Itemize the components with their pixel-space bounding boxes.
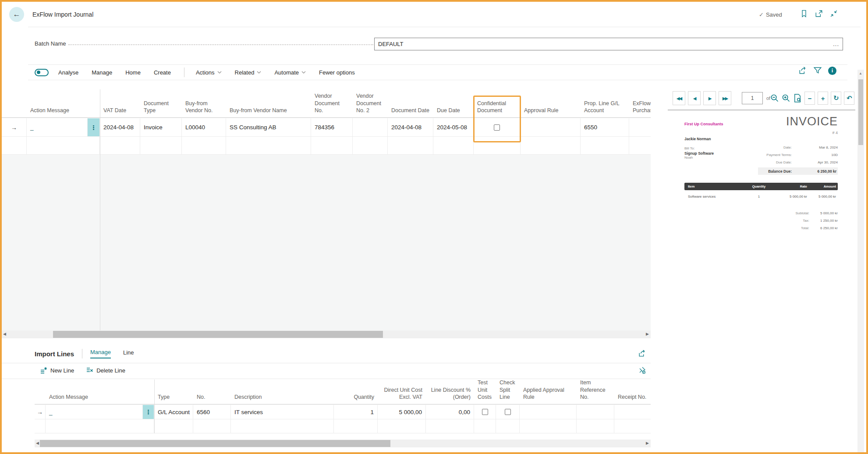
zoom-out-icon[interactable] <box>770 94 779 103</box>
import-lines-empty-row[interactable] <box>35 419 651 433</box>
col-approval-rule[interactable]: Approval Rule <box>521 89 581 117</box>
info-icon[interactable]: i <box>828 67 836 75</box>
cell-applied-approval-rule[interactable] <box>520 405 577 419</box>
col-line-discount[interactable]: Line Discount % (Order) <box>426 380 474 404</box>
back-button[interactable]: ← <box>9 7 24 22</box>
undo-rotate-button[interactable]: ↶ <box>844 92 854 105</box>
cell-no[interactable]: 6560 <box>193 405 231 419</box>
col-check-split-line[interactable]: Check Split Line <box>496 380 520 404</box>
scroll-up-icon[interactable]: ▲ <box>859 71 862 75</box>
journal-horizontal-scrollbar[interactable]: ◀ ▶ <box>2 330 651 338</box>
cell-item-reference-no[interactable] <box>577 405 614 419</box>
batch-name-input[interactable] <box>375 41 829 47</box>
check-split-line-checkbox[interactable] <box>505 409 511 415</box>
scrollbar-thumb[interactable] <box>40 440 390 447</box>
toolbar-menu-related[interactable]: Related <box>235 69 262 76</box>
col-quantity[interactable]: Quantity <box>334 380 378 404</box>
batch-lookup-button[interactable]: ... <box>829 41 843 47</box>
cell-description[interactable]: IT services <box>231 405 334 419</box>
cell-due-date[interactable]: 2024-05-08 <box>433 118 474 136</box>
journal-table-row[interactable]: → _ ⋮ 2024-04-08 Invoice L00040 SS Consu… <box>2 118 651 137</box>
cell-action-message[interactable]: _ <box>46 405 143 419</box>
toolbar-tab-manage[interactable]: Manage <box>92 69 112 76</box>
col-action-message[interactable]: Action Message <box>46 380 154 404</box>
zoom-in-icon[interactable] <box>782 94 790 103</box>
toolbar-tab-analyse[interactable]: Analyse <box>58 69 78 76</box>
cell-action-message[interactable]: _ <box>27 118 88 136</box>
toolbar-tab-create[interactable]: Create <box>154 69 171 76</box>
cell-document-type[interactable]: Invoice <box>140 118 182 136</box>
import-lines-row[interactable]: → _ ⋮ G/L Account 6560 IT services 1 5 0… <box>35 405 651 419</box>
col-vendor-document-no-2[interactable]: Vendor Document No. 2 <box>353 89 388 117</box>
zoom-increase-button[interactable]: + <box>818 92 828 105</box>
col-buy-from-vendor-no[interactable]: Buy-from Vendor No. <box>182 89 226 117</box>
cell-vendor-document-no-2[interactable] <box>353 118 388 136</box>
zoom-decrease-button[interactable]: − <box>804 92 815 105</box>
toolbar-tab-home[interactable]: Home <box>125 69 141 76</box>
import-lines-tab-manage[interactable]: Manage <box>90 349 111 358</box>
cell-buy-from-vendor-no[interactable]: L00040 <box>182 118 226 136</box>
cell-vendor-document-no[interactable]: 784356 <box>311 118 353 136</box>
cell-type[interactable]: G/L Account <box>154 405 193 419</box>
import-lines-share-icon[interactable] <box>638 349 646 358</box>
col-applied-approval-rule[interactable]: Applied Approval Rule <box>520 380 577 404</box>
refresh-button[interactable]: ↻ <box>831 92 841 105</box>
cell-vat-date[interactable]: 2024-04-08 <box>100 118 140 136</box>
scrollbar-thumb[interactable] <box>858 79 863 145</box>
scroll-right-icon[interactable]: ▶ <box>646 332 649 336</box>
toolbar-menu-automate[interactable]: Automate <box>274 69 306 76</box>
fewer-options-button[interactable]: Fewer options <box>319 69 355 76</box>
cell-document-date[interactable]: 2024-04-08 <box>388 118 433 136</box>
col-description[interactable]: Description <box>231 380 334 404</box>
share-icon[interactable] <box>798 66 807 75</box>
cell-exflow-purchase[interactable] <box>629 118 651 136</box>
col-no[interactable]: No. <box>193 380 231 404</box>
col-direct-unit-cost[interactable]: Direct Unit Cost Excl. VAT <box>378 380 426 404</box>
col-document-date[interactable]: Document Date <box>388 89 433 117</box>
bookmark-icon[interactable] <box>800 10 808 18</box>
col-vendor-document-no[interactable]: Vendor Document No. <box>311 89 353 117</box>
scroll-left-icon[interactable]: ◀ <box>3 332 6 336</box>
col-prop-line-gl-account[interactable]: Prop. Line G/L Account <box>581 89 629 117</box>
unpin-icon[interactable] <box>638 366 646 374</box>
scroll-right-icon[interactable]: ▶ <box>646 441 649 445</box>
col-item-reference-no[interactable]: Item Reference No. <box>577 380 614 404</box>
journal-table-empty-row[interactable] <box>2 137 651 155</box>
col-test-unit-costs[interactable]: Test Unit Costs <box>474 380 496 404</box>
last-page-button[interactable]: ▶▶ <box>719 91 731 105</box>
next-page-button[interactable]: ▶ <box>703 91 716 105</box>
cell-prop-line-gl-account[interactable]: 6550 <box>581 118 629 136</box>
fit-page-icon[interactable] <box>793 94 802 103</box>
filter-icon[interactable] <box>813 66 822 75</box>
col-due-date[interactable]: Due Date <box>433 89 474 117</box>
col-action-message[interactable]: Action Message <box>27 89 100 117</box>
row-menu-button[interactable]: ⋮ <box>143 405 154 419</box>
col-confidential-document[interactable]: Confidential Document <box>474 89 521 117</box>
confidential-document-checkbox[interactable] <box>494 124 500 131</box>
toolbar-menu-actions[interactable]: Actions <box>196 69 222 76</box>
new-line-button[interactable]: New Line <box>40 367 74 374</box>
col-type[interactable]: Type <box>154 380 193 404</box>
delete-line-button[interactable]: Delete Line <box>86 367 125 374</box>
cell-receipt-no[interactable] <box>614 405 651 419</box>
cell-quantity[interactable]: 1 <box>334 405 378 419</box>
col-vat-date[interactable]: VAT Date <box>100 89 140 117</box>
row-menu-button[interactable]: ⋮ <box>88 118 100 136</box>
page-number-input[interactable] <box>742 92 763 104</box>
open-in-new-window-icon[interactable] <box>815 10 823 18</box>
scrollbar-thumb[interactable] <box>53 331 383 338</box>
cell-direct-unit-cost[interactable]: 5 000,00 <box>378 405 426 419</box>
cell-approval-rule[interactable] <box>521 118 581 136</box>
pdf-vertical-scrollbar[interactable]: ▲ <box>857 70 864 452</box>
first-page-button[interactable]: ◀◀ <box>673 91 685 105</box>
test-unit-costs-checkbox[interactable] <box>482 409 488 415</box>
scroll-left-icon[interactable]: ◀ <box>36 441 39 445</box>
collapse-icon[interactable] <box>830 10 838 18</box>
previous-page-button[interactable]: ◀ <box>688 91 701 105</box>
analyse-toggle[interactable] <box>35 69 49 76</box>
col-document-type[interactable]: Document Type <box>140 89 182 117</box>
col-receipt-no[interactable]: Receipt No. <box>614 380 651 404</box>
cell-line-discount[interactable]: 0,00 <box>426 405 474 419</box>
col-buy-from-vendor-name[interactable]: Buy-from Vendor Name <box>226 89 311 117</box>
import-lines-horizontal-scrollbar[interactable]: ◀ ▶ <box>35 440 651 447</box>
